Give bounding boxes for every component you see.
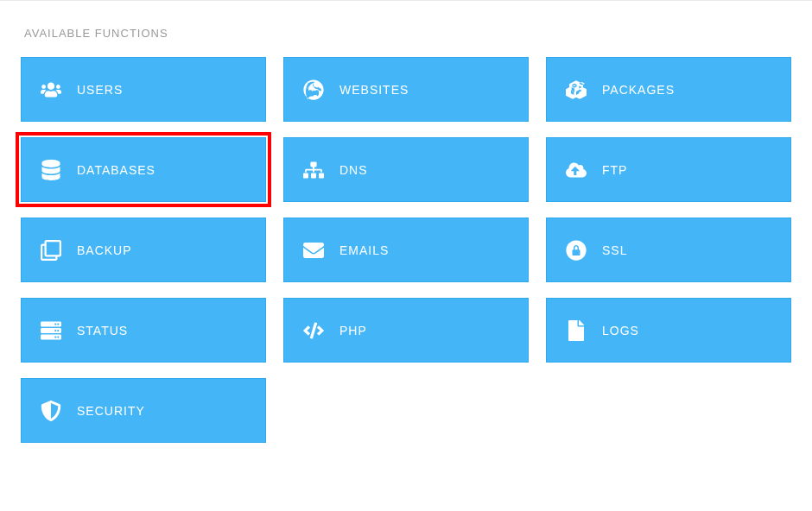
tile-ssl[interactable]: SSL — [546, 218, 791, 282]
cubes-icon — [566, 79, 587, 100]
sitemap-icon — [303, 160, 324, 180]
tile-databases[interactable]: DATABASES — [21, 137, 266, 202]
server-icon — [41, 320, 61, 341]
tile-label: DATABASES — [77, 163, 155, 177]
tile-security[interactable]: SECURITY — [21, 378, 266, 443]
section-title: AVAILABLE FUNCTIONS — [24, 27, 791, 40]
tile-users[interactable]: USERS — [21, 57, 266, 122]
tile-emails[interactable]: EMAILS — [283, 218, 529, 282]
shield-icon — [41, 401, 61, 421]
cloud-upload-icon — [566, 160, 587, 180]
tile-backup[interactable]: BACKUP — [21, 218, 266, 282]
functions-grid: USERS WEBSITES PACKAGES DATABASES DNS FT… — [21, 57, 791, 443]
tile-websites[interactable]: WEBSITES — [283, 57, 529, 122]
tile-label: PHP — [339, 324, 367, 338]
tile-ftp[interactable]: FTP — [546, 137, 791, 202]
tile-label: STATUS — [77, 324, 128, 338]
tile-php[interactable]: PHP — [283, 298, 529, 363]
tile-label: PACKAGES — [602, 83, 675, 97]
tile-label: SECURITY — [77, 404, 145, 418]
tile-label: WEBSITES — [339, 83, 409, 97]
database-icon — [41, 160, 61, 180]
tile-label: EMAILS — [339, 243, 389, 257]
file-icon — [566, 320, 587, 341]
tile-label: USERS — [77, 83, 123, 97]
tile-label: FTP — [602, 163, 627, 177]
tile-dns[interactable]: DNS — [283, 137, 529, 202]
copy-icon — [41, 240, 61, 261]
tile-packages[interactable]: PACKAGES — [546, 57, 791, 122]
globe-icon — [303, 79, 324, 100]
tile-status[interactable]: STATUS — [21, 298, 266, 363]
tile-label: LOGS — [602, 324, 639, 338]
tile-label: BACKUP — [77, 243, 132, 257]
envelope-icon — [303, 240, 324, 261]
tile-label: DNS — [339, 163, 368, 177]
tile-logs[interactable]: LOGS — [546, 298, 791, 363]
tile-label: SSL — [602, 243, 627, 257]
code-icon — [303, 320, 324, 341]
lock-circle-icon — [566, 240, 587, 261]
users-icon — [41, 79, 61, 100]
